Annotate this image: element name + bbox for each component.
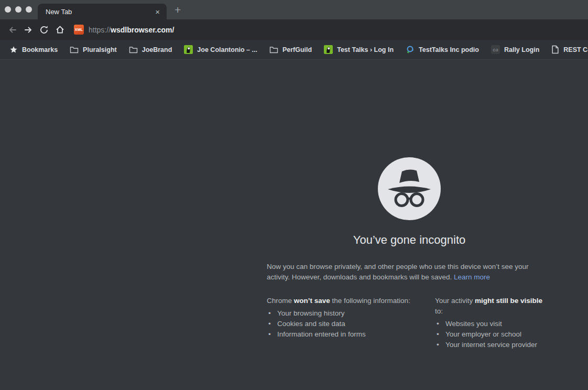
back-arrow-icon (8, 25, 17, 35)
folder-icon (129, 46, 138, 53)
url-scheme: https:// (89, 26, 111, 34)
learn-more-link[interactable]: Learn more (454, 273, 490, 281)
folder-icon (269, 46, 278, 53)
list-item: Your internet service provider (435, 340, 550, 350)
bookmark-label: Pluralsight (83, 46, 117, 53)
forward-arrow-icon (24, 25, 33, 35)
reload-button[interactable] (36, 22, 52, 38)
info-columns: Chrome won’t save the following informat… (267, 296, 550, 350)
browser-toolbar: XML https://wsdlbrowser.com/ (0, 19, 588, 40)
green-avatar-icon (184, 45, 193, 54)
bookmark-item-joe-colantonio[interactable]: Joe Colantonio – ... (179, 43, 264, 56)
home-button[interactable] (52, 22, 68, 38)
list-item: Your browsing history (267, 308, 435, 319)
svg-text:ca: ca (493, 47, 498, 52)
wont-save-header: Chrome won’t save the following informat… (267, 296, 435, 306)
window-minimize-button[interactable] (15, 6, 21, 13)
bookmark-item-rest-console[interactable]: REST Console (546, 43, 588, 56)
incognito-description: Now you can browse privately, and other … (267, 262, 541, 283)
bookmark-label: Rally Login (504, 46, 539, 53)
bookmark-label: JoeBrand (142, 46, 172, 53)
bookmarks-bar: Bookmarks Pluralsight JoeBrand Joe Colan… (0, 40, 588, 60)
window-close-button[interactable] (5, 6, 11, 13)
tab-close-icon[interactable]: × (154, 8, 161, 16)
page-title: You’ve gone incognito (353, 233, 465, 247)
still-visible-column: Your activity might still be visible to:… (435, 296, 550, 350)
bookmark-item-rally-login[interactable]: ca Rally Login (486, 43, 546, 56)
address-bar[interactable]: https://wsdlbrowser.com/ (89, 26, 174, 34)
wont-save-list: Your browsing history Cookies and site d… (267, 308, 435, 340)
bookmark-label: PerfGuild (282, 46, 312, 53)
bookmark-label: Joe Colantonio – ... (197, 46, 257, 53)
forward-button[interactable] (20, 22, 36, 38)
incognito-spy-icon (378, 157, 441, 220)
bookmark-label: TestTalks Inc podio (419, 46, 479, 53)
reload-icon (39, 25, 49, 35)
list-item: Websites you visit (435, 319, 550, 329)
bookmark-item-perfguild[interactable]: PerfGuild (264, 44, 319, 56)
traffic-lights (5, 6, 32, 13)
site-favicon-xml: XML (74, 25, 84, 35)
bookmark-item-bookmarks[interactable]: Bookmarks (4, 44, 64, 56)
bookmark-label: REST Console (563, 46, 588, 53)
tab-new-tab[interactable]: New Tab × (38, 4, 167, 19)
list-item: Your employer or school (435, 329, 550, 340)
star-icon (9, 46, 18, 54)
list-item: Cookies and site data (267, 319, 435, 329)
folder-icon (70, 46, 79, 53)
bookmark-item-joebrand[interactable]: JoeBrand (124, 44, 179, 56)
bookmark-label: Bookmarks (22, 46, 58, 53)
podio-icon (406, 45, 415, 54)
green-avatar-icon (324, 45, 333, 54)
window-zoom-button[interactable] (26, 6, 32, 13)
still-visible-list: Websites you visit Your employer or scho… (435, 319, 550, 350)
ca-icon: ca (491, 45, 500, 54)
incognito-page: You’ve gone incognito Now you can browse… (0, 60, 588, 390)
bookmark-item-testtalks-podio[interactable]: TestTalks Inc podio (400, 43, 486, 56)
back-button[interactable] (5, 22, 20, 38)
bookmark-item-test-talks-login[interactable]: Test Talks › Log In (319, 43, 400, 56)
tab-title: New Tab (46, 8, 154, 16)
home-icon (55, 25, 65, 35)
new-tab-button[interactable]: + (171, 3, 184, 17)
document-icon (551, 45, 559, 54)
url-host: wsdlbrowser.com/ (111, 26, 174, 34)
still-visible-header: Your activity might still be visible to: (435, 296, 550, 317)
list-item: Information entered in forms (267, 329, 435, 340)
wont-save-column: Chrome won’t save the following informat… (267, 296, 435, 350)
window-titlebar: New Tab × + (0, 0, 588, 19)
bookmark-label: Test Talks › Log In (337, 46, 394, 53)
bookmark-item-pluralsight[interactable]: Pluralsight (64, 44, 124, 56)
